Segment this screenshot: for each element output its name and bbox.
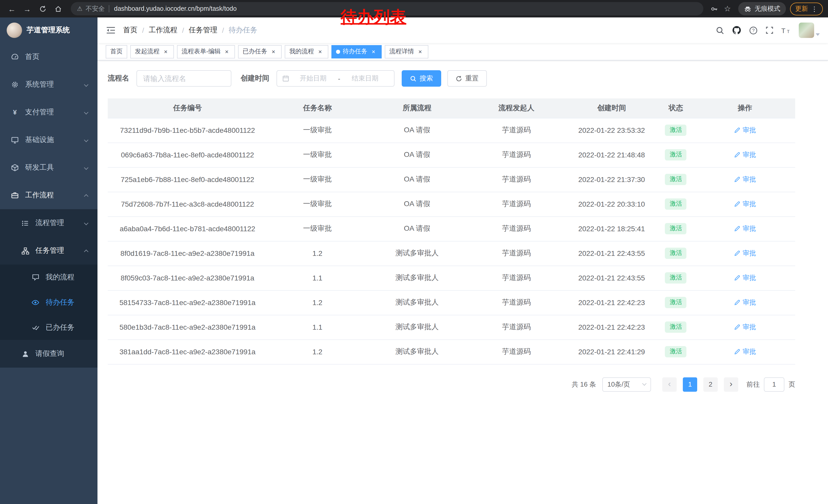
- cell-task-name: 一级审批: [267, 118, 368, 142]
- tab-process-detail[interactable]: 流程详情×: [385, 45, 428, 58]
- breadcrumb-item[interactable]: 工作流程: [149, 26, 177, 35]
- status-badge: 激活: [665, 297, 687, 308]
- sidebar-item-label: 工作流程: [25, 191, 54, 200]
- approve-link[interactable]: 审批: [734, 126, 756, 135]
- sidebar-item-infra[interactable]: 基础设施: [0, 126, 97, 154]
- goto-page-input[interactable]: [764, 377, 784, 392]
- font-size-button[interactable]: TT: [781, 27, 791, 34]
- approve-link[interactable]: 审批: [734, 298, 756, 307]
- sidebar-item-home[interactable]: 首页: [0, 43, 97, 71]
- page-button-1[interactable]: 1: [683, 377, 697, 392]
- close-tab-icon[interactable]: ×: [317, 48, 324, 55]
- cell-initiator: 芋道源码: [466, 216, 566, 241]
- close-tab-icon[interactable]: ×: [417, 48, 424, 55]
- update-chip[interactable]: 更新 ⋮: [790, 2, 823, 15]
- sidebar-item-label: 我的流程: [46, 273, 74, 282]
- sidebar-item-task-management[interactable]: 任务管理: [0, 237, 97, 265]
- table-row: 75d72608-7b7f-11ec-a3c8-acde48001122一级审批…: [108, 192, 795, 216]
- cell-task-id: 8f0d1619-7ac8-11ec-a9e2-a2380e71991a: [108, 241, 267, 266]
- sidebar-collapse-button[interactable]: [106, 25, 116, 35]
- sidebar-item-workflow[interactable]: 工作流程: [0, 182, 97, 209]
- cell-task-name: 一级审批: [267, 167, 368, 192]
- cell-task-id: 381aa1dd-7ac8-11ec-a9e2-a2380e71991a: [108, 339, 267, 364]
- filter-bar: 流程名 创建时间 开始日期 - 结束日期 搜索 重: [108, 70, 795, 87]
- status-badge: 激活: [665, 174, 687, 185]
- browser-reload-button[interactable]: [36, 2, 49, 15]
- navbar-right: ? TT: [716, 22, 820, 38]
- sidebar-item-payment[interactable]: ¥支付管理: [0, 98, 97, 126]
- sidebar-item-devtools[interactable]: 研发工具: [0, 154, 97, 182]
- browser-forward-button[interactable]: →: [20, 2, 34, 15]
- tab-start-process[interactable]: 发起流程×: [130, 45, 174, 58]
- approve-link-label: 审批: [743, 150, 756, 159]
- cell-task-id: a6aba0a4-7b6d-11ec-b781-acde48001122: [108, 216, 267, 241]
- sidebar-item-done-task[interactable]: 已办任务: [0, 315, 97, 340]
- sidebar-item-label: 任务管理: [35, 246, 64, 255]
- prev-page-button[interactable]: ‹: [662, 377, 677, 392]
- process-name-label: 流程名: [108, 74, 129, 83]
- fullscreen-button[interactable]: [765, 26, 774, 34]
- approve-link-label: 审批: [743, 298, 756, 307]
- sidebar-item-my-process[interactable]: 我的流程: [0, 265, 97, 290]
- breadcrumb-item[interactable]: 任务管理: [189, 26, 217, 35]
- cell-initiator: 芋道源码: [466, 167, 566, 192]
- approve-link[interactable]: 审批: [734, 273, 756, 282]
- tab-form-edit[interactable]: 流程表单-编辑×: [177, 45, 235, 58]
- breadcrumb-item[interactable]: 首页: [123, 26, 137, 35]
- reset-button[interactable]: 重置: [447, 70, 487, 87]
- cell-process: OA 请假: [368, 167, 466, 192]
- cell-process: OA 请假: [368, 142, 466, 167]
- tab-todo-task[interactable]: 待办任务×: [331, 45, 382, 58]
- header-search-button[interactable]: [716, 26, 724, 35]
- cell-task-id: 069c6a63-7b8a-11ec-8ef0-acde48001122: [108, 142, 267, 167]
- approve-link[interactable]: 审批: [734, 199, 756, 209]
- url-text: dashboard.yudao.iocoder.cn/bpm/task/todo: [114, 5, 237, 12]
- process-name-input[interactable]: [136, 70, 232, 87]
- close-tab-icon[interactable]: ×: [370, 48, 377, 55]
- bookmark-star-button[interactable]: ☆: [721, 2, 734, 15]
- sidebar-item-system[interactable]: 系统管理: [0, 71, 97, 98]
- fullscreen-icon: [765, 26, 774, 34]
- approve-link[interactable]: 审批: [734, 150, 756, 159]
- close-tab-icon[interactable]: ×: [270, 48, 277, 55]
- sidebar-item-label: 研发工具: [25, 163, 54, 172]
- approve-link[interactable]: 审批: [734, 249, 756, 258]
- tab-my-process[interactable]: 我的流程×: [285, 45, 328, 58]
- approve-link[interactable]: 审批: [734, 322, 756, 332]
- sidebar-submenu: 我的流程待办任务已办任务: [0, 265, 97, 340]
- docs-help-button[interactable]: ?: [749, 26, 758, 35]
- page-size-select[interactable]: 10条/页: [602, 377, 651, 392]
- main-area: 首页/工作流程/任务管理/待办任务 ? TT: [97, 17, 828, 504]
- approve-link[interactable]: 审批: [734, 224, 756, 233]
- goto-label: 前往: [746, 380, 760, 389]
- cell-task-id: 8f059c03-7ac8-11ec-a9e2-a2380e71991a: [108, 266, 267, 290]
- sidebar-item-label: 支付管理: [25, 108, 54, 117]
- close-tab-icon[interactable]: ×: [223, 48, 230, 55]
- hamburger-fold-icon: [106, 25, 116, 35]
- approve-link[interactable]: 审批: [734, 175, 756, 184]
- browser-menu-icon[interactable]: ⋮: [811, 5, 818, 12]
- tab-home[interactable]: 首页: [106, 45, 127, 58]
- breadcrumb-separator: /: [142, 26, 144, 34]
- search-button[interactable]: 搜索: [402, 70, 441, 87]
- app-logo-row[interactable]: 芋道管理系统: [0, 17, 97, 43]
- sidebar-item-todo-task[interactable]: 待办任务: [0, 290, 97, 315]
- next-page-button[interactable]: ›: [724, 377, 738, 392]
- github-link-button[interactable]: [732, 26, 741, 35]
- password-key-button[interactable]: [707, 2, 721, 15]
- cell-initiator: 芋道源码: [466, 241, 566, 266]
- date-range-picker[interactable]: 开始日期 - 结束日期: [277, 70, 395, 87]
- page-button-2[interactable]: 2: [703, 377, 718, 392]
- cell-task-id: 725a1eb6-7b88-11ec-8ef0-acde48001122: [108, 167, 267, 192]
- browser-back-button[interactable]: ←: [5, 2, 18, 15]
- cell-status: 激活: [657, 315, 695, 339]
- cell-status: 激活: [657, 290, 695, 315]
- tab-done-task[interactable]: 已办任务×: [238, 45, 282, 58]
- sidebar-item-process-management[interactable]: 流程管理: [0, 209, 97, 237]
- close-tab-icon[interactable]: ×: [162, 48, 169, 55]
- sidebar-item-label: 系统管理: [25, 80, 54, 89]
- sidebar-item-leave-query[interactable]: 请假查询: [0, 340, 97, 368]
- approve-link[interactable]: 审批: [734, 347, 756, 356]
- browser-home-button[interactable]: [51, 2, 65, 15]
- user-avatar-menu[interactable]: [799, 22, 820, 38]
